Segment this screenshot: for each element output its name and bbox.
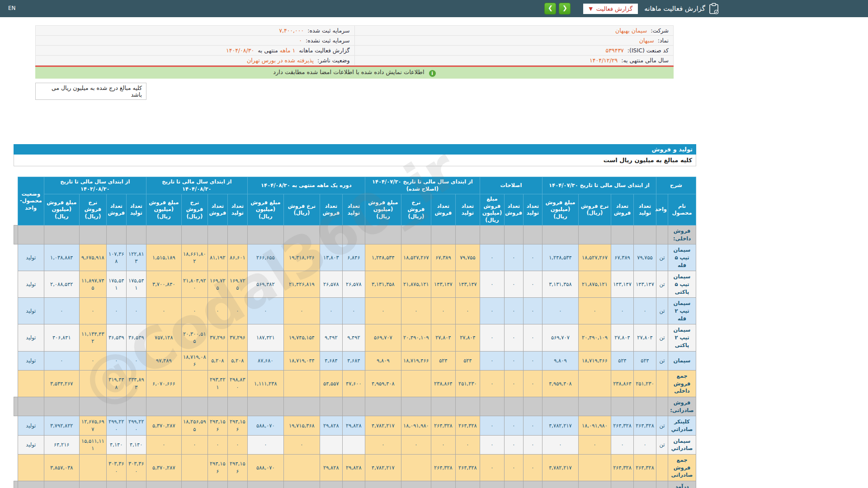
value-cell: ۵۶۹,۷۰۷	[365, 324, 401, 351]
value-cell	[18, 225, 44, 244]
value-cell: ۰	[146, 435, 181, 454]
table-row: کد صنعت (ISIC): ۵۳۹۴۳۷ گزارش فعالیت ماها…	[36, 46, 674, 56]
value-cell	[455, 481, 480, 488]
value-cell: ۲۹۹,۲۲۰	[106, 416, 126, 435]
next-report-button[interactable]: ❮	[559, 3, 571, 14]
value-cell: ۰	[633, 298, 656, 324]
value-cell: ۰	[504, 298, 523, 324]
value-cell	[633, 481, 656, 488]
value-cell: ۱۱,۱۳۴,۴۳۲	[79, 324, 106, 351]
value-cell: ۰	[455, 435, 480, 454]
value-cell: ۲۱,۸۷۵,۱۲۱	[578, 271, 611, 298]
value-cell	[79, 454, 106, 481]
value-cell: ۰	[431, 435, 455, 454]
value-cell: ۰	[44, 351, 79, 370]
production-sales-table-wrap: @Codal360_ir شرحاز ابتدای سال مالی تا تا…	[14, 177, 696, 488]
value-cell	[611, 225, 633, 244]
report-type-dropdown[interactable]: گزارش فعالیت ▼	[583, 4, 638, 14]
value-cell	[578, 454, 611, 481]
product-name-cell: سیمان تیپ ۲ پاکتی	[668, 324, 696, 351]
value-cell	[283, 397, 320, 416]
clipboard-icon	[709, 3, 719, 14]
header-ytd-current: از ابتدای سال مالی تا تاریخ ۱۴۰۴/۰۸/۳۰	[146, 177, 247, 194]
value-cell: ۰	[504, 435, 523, 454]
status-cell	[18, 454, 44, 481]
value-cell: ۵۸۸,۰۷۰	[247, 416, 283, 435]
value-cell: ۱۹,۳۱۸,۶۲۶	[283, 244, 320, 271]
value-cell	[126, 225, 146, 244]
header-subcol: مبلغ فروش (میلیون ریال)	[542, 194, 578, 225]
unit-cell: تن	[656, 244, 668, 271]
value-cell: ۰	[480, 324, 504, 351]
value-cell	[283, 454, 320, 481]
value-cell	[106, 397, 126, 416]
product-name-cell: سیمان	[668, 351, 696, 370]
value-cell: ۰	[480, 370, 504, 397]
header-product-name: نام محصول	[668, 194, 696, 225]
header-subcol: تعداد تولید	[523, 194, 542, 225]
value-cell: ۳۶,۵۳۹	[106, 324, 126, 351]
value-cell	[578, 370, 611, 397]
value-cell: ۰	[611, 298, 633, 324]
value-cell: ۰	[181, 435, 208, 454]
value-cell: ۰	[504, 416, 523, 435]
symbol-value: سبهان	[639, 37, 656, 44]
report-period-length: ۱ ماهه	[280, 47, 297, 54]
header-subcol: تعداد تولید	[126, 194, 146, 225]
value-cell: ۰	[79, 298, 106, 324]
value-cell	[146, 481, 181, 488]
value-cell	[542, 481, 578, 488]
header-ytd-prior-month: از ابتدای سال مالی تا تاریخ ۱۴۰۴/۰۷/۳۰	[542, 177, 656, 194]
value-cell: ۱۷۵,۵۴۱	[106, 271, 126, 298]
table-row: سال مالی منتهی به: ۱۴۰۴/۱۲/۲۹ وضعیت ناشر…	[36, 56, 674, 66]
main-content: تولید و فروش کلیه مبالغ به میلیون ریال ا…	[14, 144, 696, 488]
value-cell	[283, 225, 320, 244]
value-cell	[365, 481, 401, 488]
status-cell	[14, 481, 18, 488]
company-cell: شرکت: سیمان بهبهان	[354, 26, 674, 36]
isic-label: کد صنعت (ISIC):	[627, 47, 669, 54]
value-cell	[18, 481, 44, 488]
value-cell: ۰	[523, 416, 542, 435]
value-cell: ۳,۱۳۱,۳۵۸	[365, 271, 401, 298]
value-cell: ۰	[401, 435, 431, 454]
isic-value: ۵۳۹۴۳۷	[606, 47, 626, 54]
capital-unregistered-cell: سرمایه ثبت نشده: ۰	[36, 36, 355, 46]
value-cell: ۲۱,۸۰۴,۹۲۰	[181, 271, 208, 298]
value-cell: ۹,۶۷۵,۹۱۸	[79, 244, 106, 271]
value-cell: ۰	[79, 351, 106, 370]
capital-registered-value: ۷,۴۰۰,۰۰۰	[279, 27, 306, 34]
value-cell	[146, 225, 181, 244]
header-subcol: مبلغ فروش (میلیون ریال)	[480, 194, 504, 225]
value-cell: ۳۶,۵۳۹	[126, 324, 146, 351]
value-cell	[320, 397, 342, 416]
value-cell	[611, 397, 633, 416]
report-type-label: گزارش فعالیت	[596, 5, 632, 12]
value-cell	[126, 397, 146, 416]
isic-cell: کد صنعت (ISIC): ۵۳۹۴۳۷	[354, 46, 674, 56]
value-cell: ۰	[365, 298, 401, 324]
header-subcol: نرخ فروش (ریال)	[283, 194, 320, 225]
value-cell: ۱۸,۷۱۹,۴۶۶	[401, 351, 431, 370]
value-cell	[227, 397, 247, 416]
capital-unregistered-label: سرمایه ثبت نشده:	[306, 37, 349, 44]
value-cell: ۰	[504, 324, 523, 351]
value-cell	[578, 397, 611, 416]
value-cell: ۴۷,۶۰۰	[342, 370, 365, 397]
value-cell	[611, 481, 633, 488]
value-cell: ۹,۸۰۹	[542, 351, 578, 370]
value-cell	[342, 397, 365, 416]
value-cell: ۰	[227, 298, 247, 324]
value-cell: ۱,۲۴۸,۵۳۴	[542, 244, 578, 271]
status-cell	[18, 370, 44, 397]
language-toggle-en[interactable]: EN	[8, 5, 16, 11]
value-cell: ۳,۱۳۱,۳۵۸	[542, 271, 578, 298]
table-row: سیمان تیپ ۵ فلهتن۷۹,۷۵۵۶۷,۳۸۹۱۸,۵۲۷,۲۶۷۱…	[14, 244, 696, 271]
value-cell: ۴,۶۸۴	[320, 351, 342, 370]
value-cell: ۳,۵۳۴,۲۶۷	[44, 370, 79, 397]
product-name-cell: فروش داخلی:	[668, 225, 696, 244]
header-subcol: نرخ فروش (ریال)	[401, 194, 431, 225]
prev-report-button[interactable]: ❯	[544, 3, 556, 14]
value-cell: ۲۶۴,۳۲۸	[611, 416, 633, 435]
status-cell: تولید	[18, 351, 44, 370]
